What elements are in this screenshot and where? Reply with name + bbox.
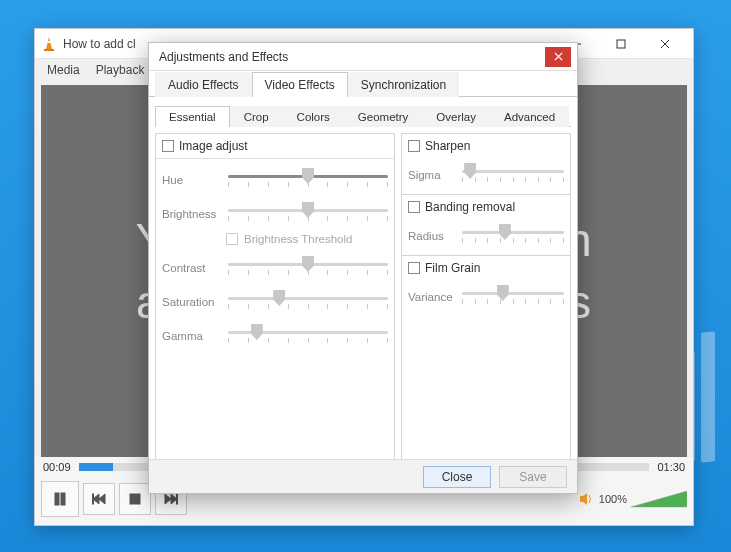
time-total: 01:30 [657,461,685,473]
banding-removal-checkbox[interactable] [408,201,420,213]
brightness-slider[interactable] [228,200,388,228]
svg-rect-4 [617,40,625,48]
main-tabs: Audio Effects Video Effects Synchronizat… [149,71,577,97]
gamma-slider[interactable] [228,322,388,350]
saturation-slider[interactable] [228,288,388,316]
image-adjust-checkbox[interactable] [162,140,174,152]
subtab-geometry[interactable]: Geometry [344,106,423,127]
previous-button[interactable] [83,483,115,515]
svg-rect-1 [44,49,54,51]
subtab-overlay[interactable]: Overlay [422,106,490,127]
svg-rect-15 [177,494,179,504]
radius-slider[interactable] [462,222,564,250]
svg-rect-8 [61,493,65,505]
sigma-slider[interactable] [462,161,564,189]
stop-button[interactable] [119,483,151,515]
sharpen-label: Sharpen [425,139,470,153]
svg-rect-2 [47,41,51,43]
svg-rect-7 [55,493,59,505]
adjustments-effects-dialog: Adjustments and Effects Audio Effects Vi… [148,42,578,494]
subtab-essential[interactable]: Essential [155,106,230,127]
close-button[interactable]: Close [423,466,491,488]
sigma-label: Sigma [408,169,456,181]
menu-media[interactable]: Media [41,61,86,79]
contrast-label: Contrast [162,262,222,274]
dialog-button-bar: Close Save [149,459,577,493]
contrast-slider[interactable] [228,254,388,282]
variance-slider[interactable] [462,283,564,311]
saturation-label: Saturation [162,296,222,308]
tab-audio-effects[interactable]: Audio Effects [155,72,252,97]
time-elapsed: 00:09 [43,461,71,473]
pause-button[interactable] [41,481,79,517]
brightness-threshold-checkbox[interactable] [226,233,238,245]
subtab-colors[interactable]: Colors [283,106,344,127]
film-grain-label: Film Grain [425,261,480,275]
vlc-cone-icon [41,36,57,52]
sub-tabs: Essential Crop Colors Geometry Overlay A… [155,103,571,127]
brightness-threshold-label: Brightness Threshold [244,233,352,245]
dialog-title: Adjustments and Effects [155,50,545,64]
tab-synchronization[interactable]: Synchronization [348,72,459,97]
dialog-close-button[interactable] [545,47,571,67]
variance-label: Variance [408,291,456,303]
maximize-button[interactable] [599,30,643,58]
film-grain-checkbox[interactable] [408,262,420,274]
volume-percent: 100% [599,493,627,505]
tab-video-effects[interactable]: Video Effects [252,72,348,97]
save-button: Save [499,466,567,488]
gamma-label: Gamma [162,330,222,342]
sharpen-checkbox[interactable] [408,140,420,152]
svg-marker-16 [580,493,587,505]
image-adjust-panel: Image adjust Hue Brightness Brightnes [155,133,395,463]
image-adjust-label: Image adjust [179,139,248,153]
svg-marker-11 [99,494,105,504]
hue-label: Hue [162,174,222,186]
subtab-advanced[interactable]: Advanced [490,106,569,127]
svg-rect-12 [130,494,140,504]
hue-slider[interactable] [228,166,388,194]
brightness-label: Brightness [162,208,222,220]
svg-marker-13 [165,494,171,504]
speaker-icon[interactable] [579,492,595,506]
window-close-button[interactable] [643,30,687,58]
svg-rect-10 [92,494,94,504]
radius-label: Radius [408,230,456,242]
menu-playback[interactable]: Playback [90,61,151,79]
right-panels: Sharpen Sigma Banding removal Radius [401,133,571,463]
banding-removal-label: Banding removal [425,200,515,214]
dialog-titlebar[interactable]: Adjustments and Effects [149,43,577,71]
volume-slider[interactable] [631,489,687,509]
subtab-crop[interactable]: Crop [230,106,283,127]
